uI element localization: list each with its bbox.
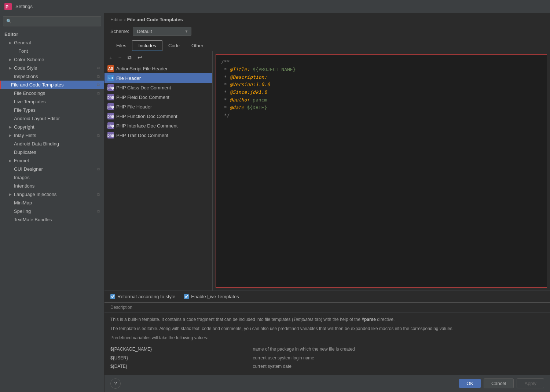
copy-template-button[interactable]: ⧉	[126, 53, 133, 62]
template-item-php-class-doc-comment[interactable]: php PHP Class Doc Comment	[104, 83, 212, 92]
description-text-2: The template is editable. Along with sta…	[110, 325, 544, 332]
template-item-php-trait-doc-comment[interactable]: php PHP Trait Doc Comment	[104, 130, 212, 140]
sidebar-item-inlay-hints[interactable]: ▶ Inlay Hints ⧉	[0, 131, 104, 140]
sidebar-item-language-injections[interactable]: ▶ Language Injections ⧉	[0, 190, 104, 199]
template-list: AS ActionScript File Header FH File Head…	[104, 64, 212, 291]
search-box[interactable]: 🔍	[3, 16, 101, 26]
sidebar-item-android-data-binding[interactable]: Android Data Binding	[0, 140, 104, 148]
help-button[interactable]: ?	[110, 378, 121, 389]
variable-name-date: ${DATE}	[110, 362, 253, 371]
revert-template-button[interactable]: ↩	[136, 53, 144, 62]
sidebar-item-inspections[interactable]: Inspections ⧉	[0, 72, 104, 81]
add-template-button[interactable]: +	[107, 54, 114, 62]
remove-template-button[interactable]: −	[117, 54, 124, 62]
sidebar-item-file-and-code-templates[interactable]: File and Code Templates ⧉	[0, 81, 104, 89]
copy-icon: ⧉	[97, 91, 100, 96]
template-label: PHP Interface Doc Comment	[116, 123, 177, 129]
sidebar-item-textmate-bundles[interactable]: TextMate Bundles	[0, 215, 104, 224]
template-toolbar: + − ⧉ ↩	[104, 51, 212, 64]
variable-row-package: ${PACKAGE_NAME} name of the package in w…	[110, 345, 544, 354]
code-line-4: * @Version:1.0.0	[221, 82, 270, 87]
sidebar-item-label: MiniMap	[14, 200, 32, 206]
sidebar-item-copyright[interactable]: ▶ Copyright	[0, 123, 104, 131]
sidebar-item-file-types[interactable]: File Types	[0, 106, 104, 114]
reformat-checkbox[interactable]	[110, 294, 115, 299]
template-item-php-file-header[interactable]: php PHP File Header	[104, 102, 212, 111]
variable-desc-package: name of the package in which the new fil…	[253, 345, 544, 354]
sidebar-item-minimap[interactable]: MiniMap	[0, 199, 104, 207]
template-item-php-interface-doc-comment[interactable]: php PHP Interface Doc Comment	[104, 121, 212, 130]
sidebar-item-gui-designer[interactable]: GUI Designer ⧉	[0, 165, 104, 173]
sidebar-item-android-layout-editor[interactable]: Android Layout Editor	[0, 114, 104, 123]
sidebar-item-images[interactable]: Images	[0, 173, 104, 182]
template-label: PHP Class Doc Comment	[116, 85, 171, 90]
sidebar-item-label: File Encodings	[14, 90, 45, 96]
template-list-panel: + − ⧉ ↩ AS ActionScript File Header FH F…	[104, 51, 213, 291]
sidebar-item-color-scheme[interactable]: ▶ Color Scheme	[0, 55, 104, 64]
sidebar-item-label: Duplicates	[14, 149, 36, 155]
file-header-icon: FH	[107, 75, 114, 81]
tab-code[interactable]: Code	[162, 41, 186, 51]
tab-includes[interactable]: Includes	[132, 40, 162, 51]
variable-desc-user: current user system login name	[253, 354, 544, 362]
sidebar-section-editor: Editor	[0, 29, 104, 38]
reformat-checkbox-label[interactable]: Reformat according to style	[110, 294, 175, 299]
template-item-php-field-doc-comment[interactable]: php PHP Field Doc Comment	[104, 92, 212, 102]
tab-code-label: Code	[168, 43, 180, 48]
template-label: File Header	[116, 75, 141, 81]
code-line-5: * @Since:jdk1.8	[221, 89, 267, 95]
php-icon: php	[107, 122, 114, 129]
tabs-bar: Files Includes Code Other	[104, 40, 550, 51]
template-item-file-header[interactable]: FH File Header	[104, 73, 212, 83]
sidebar-item-label: Emmet	[14, 158, 29, 163]
scheme-value: Default	[137, 29, 152, 34]
split-area: + − ⧉ ↩ AS ActionScript File Header FH F…	[104, 51, 550, 291]
sidebar-item-label: Live Templates	[14, 99, 45, 104]
scheme-dropdown[interactable]: Default ▼	[133, 27, 191, 36]
sidebar-item-font[interactable]: Font	[0, 47, 104, 55]
ok-button[interactable]: OK	[459, 379, 481, 388]
search-input[interactable]	[13, 19, 98, 24]
breadcrumb: Editor › File and Code Templates	[104, 13, 550, 25]
sidebar-item-general[interactable]: ▶ General	[0, 38, 104, 47]
sidebar-item-label: GUI Designer	[14, 166, 43, 172]
sidebar-item-label: General	[14, 40, 31, 45]
cancel-button[interactable]: Cancel	[484, 378, 514, 388]
enable-live-templates-label: Enable Live Templates	[191, 294, 239, 299]
code-line-2: * @Title: ${PROJECT_NAME}	[221, 67, 296, 72]
sidebar-item-live-templates[interactable]: Live Templates	[0, 97, 104, 106]
sidebar-item-file-encodings[interactable]: File Encodings ⧉	[0, 89, 104, 97]
code-panel: /** * @Title: ${PROJECT_NAME} * @Descrip…	[213, 51, 550, 291]
sidebar-item-intentions[interactable]: Intentions	[0, 182, 104, 190]
tab-files[interactable]: Files	[110, 41, 132, 51]
copy-icon: ⧉	[97, 133, 100, 138]
breadcrumb-parent: Editor	[110, 17, 123, 22]
copy-icon: ⧉	[97, 66, 100, 70]
tab-other-label: Other	[191, 43, 203, 48]
search-icon: 🔍	[6, 19, 12, 24]
sidebar-item-label: Images	[14, 175, 30, 180]
template-label: PHP File Header	[116, 104, 152, 110]
app-logo: P	[4, 3, 12, 10]
sidebar-item-emmet[interactable]: ▶ Emmet	[0, 156, 104, 165]
enable-live-templates-checkbox-label[interactable]: Enable Live Templates	[184, 294, 239, 299]
sidebar-item-spelling[interactable]: Spelling ⧉	[0, 207, 104, 215]
tab-includes-label: Includes	[138, 43, 156, 48]
sidebar-item-duplicates[interactable]: Duplicates	[0, 148, 104, 156]
sidebar-item-label: Font	[18, 48, 28, 54]
php-icon: php	[107, 132, 114, 138]
code-line-6: * @author pancm	[221, 97, 267, 103]
tab-other[interactable]: Other	[186, 41, 209, 51]
dropdown-arrow-icon: ▼	[184, 29, 188, 33]
expand-arrow: ▶	[9, 159, 14, 163]
description-body: This is a built-in template. It contains…	[104, 313, 550, 374]
apply-button[interactable]: Apply	[517, 378, 544, 388]
sidebar-item-code-style[interactable]: ▶ Code Style ⧉	[0, 64, 104, 72]
template-item-php-function-doc-comment[interactable]: php PHP Function Doc Comment	[104, 111, 212, 121]
reformat-label: Reformat according to style	[117, 294, 175, 299]
sidebar-item-label: Intentions	[14, 183, 34, 189]
template-label: PHP Trait Doc Comment	[116, 133, 168, 138]
enable-live-templates-checkbox[interactable]	[184, 294, 189, 299]
template-item-actionscript-file-header[interactable]: AS ActionScript File Header	[104, 64, 212, 73]
code-editor[interactable]: /** * @Title: ${PROJECT_NAME} * @Descrip…	[216, 54, 547, 288]
